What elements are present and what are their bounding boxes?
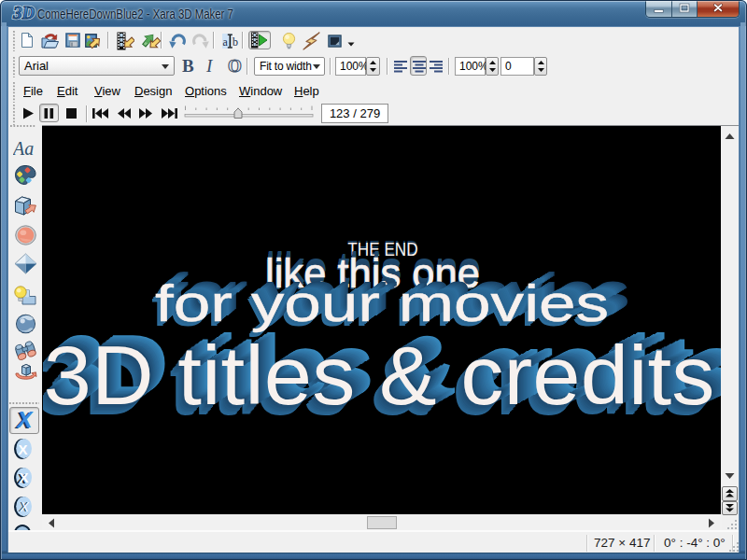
svg-text:B: B — [182, 56, 194, 76]
svg-text:X: X — [16, 409, 35, 432]
svg-text:X: X — [20, 469, 29, 485]
svg-text:a: a — [223, 35, 229, 49]
svg-text:X: X — [19, 441, 28, 457]
svg-text:Aa: Aa — [13, 138, 34, 159]
svg-text:3D: 3D — [12, 3, 35, 22]
svg-text:3D titles & credits: 3D titles & credits — [44, 329, 715, 421]
svg-text:X: X — [20, 499, 30, 514]
svg-text:b: b — [233, 35, 238, 49]
svg-text:O: O — [228, 56, 242, 76]
svg-text:I: I — [205, 56, 214, 76]
